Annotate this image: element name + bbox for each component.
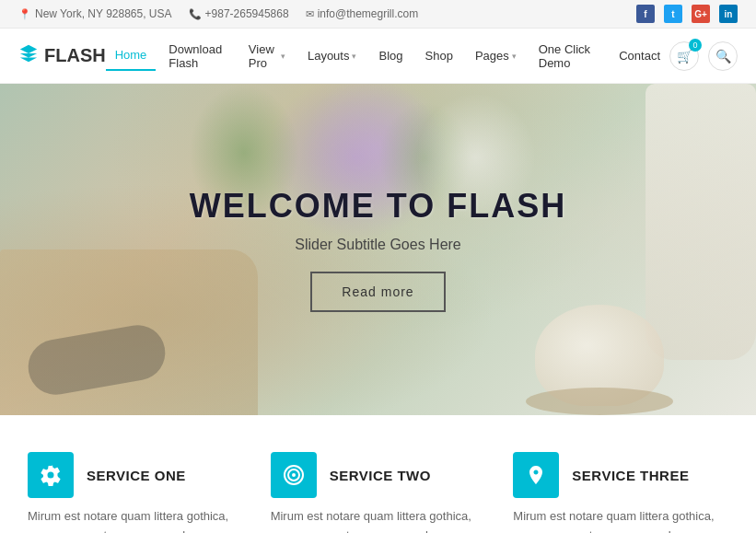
service-one: SERVICE ONE Mirum est notare quam litter… <box>28 452 243 533</box>
logo-icon <box>18 43 39 68</box>
service-three: SERVICE THREE Mirum est notare quam litt… <box>513 452 728 533</box>
service-one-title: SERVICE ONE <box>87 468 186 483</box>
nav-home-label: Home <box>115 48 147 62</box>
chevron-down-icon: ▾ <box>352 52 356 61</box>
nav-demo-label: One Click Demo <box>539 42 597 70</box>
nav-download-label: Download Flash <box>169 42 226 70</box>
service-one-icon-box <box>28 452 74 498</box>
cart-badge: 0 <box>689 39 702 52</box>
nav-one-click-demo[interactable]: One Click Demo <box>529 35 606 77</box>
nav-blog[interactable]: Blog <box>369 41 412 70</box>
service-two-title: SERVICE TWO <box>330 468 431 483</box>
nav-home[interactable]: Home <box>106 41 157 71</box>
hero-read-more-button[interactable]: Read more <box>310 272 445 312</box>
search-icon: 🔍 <box>715 49 731 64</box>
facebook-icon[interactable]: f <box>636 5 655 23</box>
header-right: 🛒 0 🔍 <box>669 41 738 71</box>
email-icon: ✉ <box>306 8 314 20</box>
nav: Home Download Flash View Pro ▾ Layouts ▾… <box>106 35 669 77</box>
logo-text: FLASH <box>44 45 106 66</box>
saucer-decoration <box>526 388 673 415</box>
hero-content: WELCOME TO FLASH Slider Subtitle Goes He… <box>190 187 566 312</box>
googleplus-icon[interactable]: G+ <box>692 5 710 23</box>
nav-shop[interactable]: Shop <box>416 41 462 70</box>
top-bar-right: f t G+ in <box>636 5 738 23</box>
nav-layouts[interactable]: Layouts ▾ <box>298 41 366 70</box>
header: FLASH Home Download Flash View Pro ▾ Lay… <box>0 29 756 84</box>
service-three-icon-box <box>513 452 559 498</box>
nav-view-pro[interactable]: View Pro ▾ <box>239 35 295 77</box>
hero-title: WELCOME TO FLASH <box>190 187 566 226</box>
services-section: SERVICE ONE Mirum est notare quam litter… <box>0 415 756 533</box>
vase-decoration <box>646 84 756 360</box>
service-three-text: Mirum est notare quam littera gothica, q… <box>513 507 728 533</box>
service-one-header: SERVICE ONE <box>28 452 243 498</box>
nav-contact-label: Contact <box>619 49 660 63</box>
service-two: SERVICE TWO Mirum est notare quam litter… <box>271 452 486 533</box>
chevron-down-icon: ▾ <box>512 52 517 61</box>
top-bar-left: 📍 New York, NY 928865, USA 📞 +987-265945… <box>18 7 418 20</box>
phone-icon: 📞 <box>189 8 202 20</box>
hero-subtitle: Slider Subtitle Goes Here <box>295 237 461 253</box>
email: ✉ info@themegrill.com <box>306 7 419 20</box>
linkedin-icon[interactable]: in <box>719 5 738 23</box>
address: 📍 New York, NY 928865, USA <box>18 7 172 20</box>
cart-button[interactable]: 🛒 0 <box>669 41 699 71</box>
nav-view-pro-label: View Pro <box>249 42 278 70</box>
service-three-title: SERVICE THREE <box>572 468 689 483</box>
service-three-header: SERVICE THREE <box>513 452 728 498</box>
top-bar: 📍 New York, NY 928865, USA 📞 +987-265945… <box>0 0 756 29</box>
phone: 📞 +987-265945868 <box>189 7 289 20</box>
location-pin-icon <box>525 464 547 486</box>
nav-download-flash[interactable]: Download Flash <box>159 35 235 77</box>
twitter-icon[interactable]: t <box>664 5 682 23</box>
service-two-header: SERVICE TWO <box>271 452 486 498</box>
cart-icon: 🛒 <box>677 49 692 64</box>
service-two-text: Mirum est notare quam littera gothica, q… <box>271 507 486 533</box>
logo[interactable]: FLASH <box>18 43 106 68</box>
gear-icon <box>40 464 62 486</box>
service-one-text: Mirum est notare quam littera gothica, q… <box>28 507 243 533</box>
hero-section: WELCOME TO FLASH Slider Subtitle Goes He… <box>0 84 756 415</box>
nav-layouts-label: Layouts <box>308 49 350 63</box>
nav-pages[interactable]: Pages ▾ <box>466 41 526 70</box>
nav-contact[interactable]: Contact <box>610 41 669 70</box>
target-icon <box>283 464 305 486</box>
nav-shop-label: Shop <box>425 49 453 63</box>
service-two-icon-box <box>271 452 317 498</box>
chevron-down-icon: ▾ <box>281 52 285 61</box>
pin-icon: 📍 <box>18 8 31 20</box>
svg-point-2 <box>292 473 296 477</box>
nav-blog-label: Blog <box>378 49 402 63</box>
nav-pages-label: Pages <box>475 49 509 63</box>
search-button[interactable]: 🔍 <box>708 41 738 71</box>
